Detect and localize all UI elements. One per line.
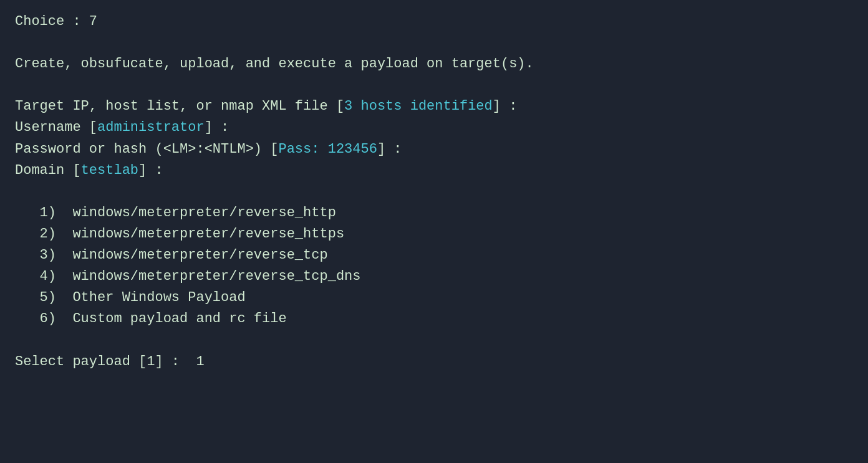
option-4: 4) windows/meterpreter/reverse_tcp_dns <box>15 266 853 287</box>
domain-line: Domain [testlab] : <box>15 160 853 181</box>
description-line: Create, obsufucate, upload, and execute … <box>15 54 853 75</box>
username-line: Username [administrator] : <box>15 117 853 138</box>
choice-line: Choice : 7 <box>15 11 853 32</box>
option-6: 6) Custom payload and rc file <box>15 308 853 330</box>
username-highlight: administrator <box>97 120 205 135</box>
option-1: 1) windows/meterpreter/reverse_http <box>15 203 853 224</box>
option-2: 2) windows/meterpreter/reverse_https <box>15 224 853 245</box>
target-line: Target IP, host list, or nmap XML file [… <box>15 96 853 117</box>
blank-line-3 <box>15 181 853 203</box>
password-line: Password or hash (<LM>:<NTLM>) [Pass: 12… <box>15 139 853 160</box>
description-text: Create, obsufucate, upload, and execute … <box>15 56 534 72</box>
blank-line-4 <box>15 330 853 351</box>
domain-highlight: testlab <box>81 163 138 178</box>
password-highlight: Pass: 123456 <box>278 141 377 157</box>
target-highlight: 3 hosts identified <box>344 98 493 114</box>
choice-text: Choice : 7 <box>15 14 97 29</box>
select-line: Select payload [1] : 1 <box>15 351 853 373</box>
blank-line-2 <box>15 75 853 96</box>
option-3: 3) windows/meterpreter/reverse_tcp <box>15 245 853 266</box>
terminal-window: Choice : 7 Create, obsufucate, upload, a… <box>0 0 868 463</box>
option-5: 5) Other Windows Payload <box>15 287 853 308</box>
blank-line-1 <box>15 32 853 54</box>
